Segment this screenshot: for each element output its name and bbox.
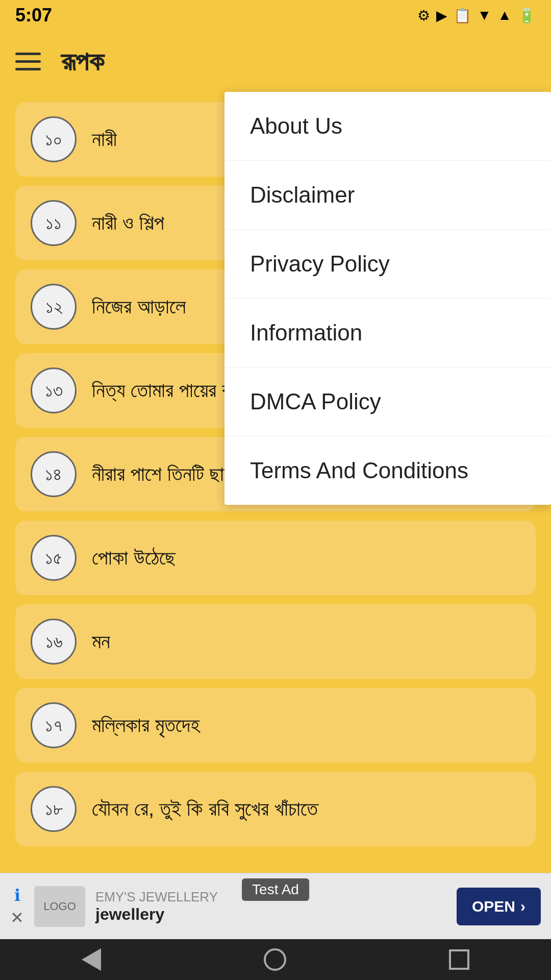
- item-text-10: নারী: [92, 128, 117, 151]
- list-item[interactable]: ১৮ যৌবন রে, তুই কি রবি সুখের খাঁচাতে: [15, 772, 536, 846]
- ad-logo-text: LOGO: [43, 900, 76, 913]
- status-bar: 5:07 ⚙ ▶ 📋 ▼ ▲ 🔋: [0, 0, 551, 31]
- recents-icon: [449, 949, 469, 970]
- item-text-16: মন: [92, 630, 110, 653]
- list-item[interactable]: ১৫ পোকা উঠেছে: [15, 521, 536, 595]
- ad-open-arrow: ›: [520, 898, 525, 915]
- hamburger-line-2: [15, 60, 41, 63]
- play-icon: ▶: [436, 7, 447, 24]
- item-text-12: নিজের আড়ালে: [92, 295, 186, 318]
- back-button[interactable]: [82, 948, 101, 971]
- dropdown-item-terms-conditions[interactable]: Terms And Conditions: [224, 436, 551, 505]
- dropdown-item-dmca-policy[interactable]: DMCA Policy: [224, 368, 551, 436]
- ad-test-badge: Test Ad: [242, 878, 309, 901]
- item-text-17: মল্লিকার মৃতদেহ: [92, 714, 199, 737]
- dropdown-item-privacy-policy[interactable]: Privacy Policy: [224, 230, 551, 299]
- ad-open-label: OPEN: [472, 898, 515, 915]
- recents-button[interactable]: [449, 949, 469, 970]
- ad-info-close-area: ℹ ✕: [10, 886, 24, 927]
- settings-icon: ⚙: [417, 7, 430, 24]
- hamburger-line-1: [15, 53, 41, 55]
- dropdown-item-about-us[interactable]: About Us: [224, 92, 551, 161]
- dropdown-item-information[interactable]: Information: [224, 299, 551, 368]
- item-badge-13: ১৩: [31, 368, 77, 413]
- hamburger-button[interactable]: [15, 53, 41, 70]
- hamburger-line-3: [15, 68, 41, 70]
- signal-icon: ▲: [497, 7, 512, 23]
- dropdown-item-disclaimer[interactable]: Disclaimer: [224, 161, 551, 230]
- ad-close-icon[interactable]: ✕: [10, 908, 24, 927]
- app-title: রূপক: [61, 46, 104, 77]
- item-text-15: পোকা উঠেছে: [92, 546, 176, 570]
- item-text-11: নারী ও শিল্প: [92, 211, 164, 235]
- item-text-18: যৌবন রে, তুই কি রবি সুখের খাঁচাতে: [92, 797, 318, 821]
- item-text-13: নিত্য তোমার পায়ের ব...: [92, 379, 247, 402]
- item-badge-12: ১২: [31, 284, 77, 330]
- status-time: 5:07: [15, 5, 52, 26]
- ad-info-icon[interactable]: ℹ: [14, 886, 20, 905]
- item-badge-10: ১০: [31, 116, 77, 162]
- item-badge-11: ১১: [31, 200, 77, 246]
- home-icon: [264, 948, 286, 971]
- app-bar: রূপক: [0, 31, 551, 92]
- wifi-icon: ▼: [478, 7, 492, 23]
- item-badge-15: ১৫: [31, 535, 77, 581]
- home-button[interactable]: [264, 948, 286, 971]
- status-icons: ⚙ ▶ 📋 ▼ ▲ 🔋: [417, 7, 536, 24]
- ad-logo: LOGO: [34, 886, 85, 927]
- back-icon: [82, 948, 101, 971]
- ad-banner: Test Ad ℹ ✕ LOGO EMY'S JEWELLERY jewelle…: [0, 873, 551, 939]
- list-item[interactable]: ১৭ মল্লিকার মৃতদেহ: [15, 688, 536, 763]
- list-item[interactable]: ১৬ মন: [15, 604, 536, 679]
- item-text-14: নীরার পাশে তিনটি ছায়া: [92, 462, 237, 486]
- item-badge-18: ১৮: [31, 786, 77, 832]
- battery-icon: 🔋: [518, 7, 536, 24]
- item-badge-17: ১৭: [31, 702, 77, 748]
- item-badge-14: ১৪: [31, 451, 77, 497]
- item-badge-16: ১৬: [31, 619, 77, 665]
- content-area: ১০ নারী ১১ নারী ও শিল্প ১২ নিজের আড়ালে …: [0, 92, 551, 856]
- clipboard-icon: 📋: [454, 7, 471, 24]
- dropdown-menu: About Us Disclaimer Privacy Policy Infor…: [224, 92, 551, 505]
- navigation-bar: [0, 939, 551, 980]
- ad-category: jewellery: [95, 905, 446, 924]
- ad-open-button[interactable]: OPEN ›: [457, 888, 541, 925]
